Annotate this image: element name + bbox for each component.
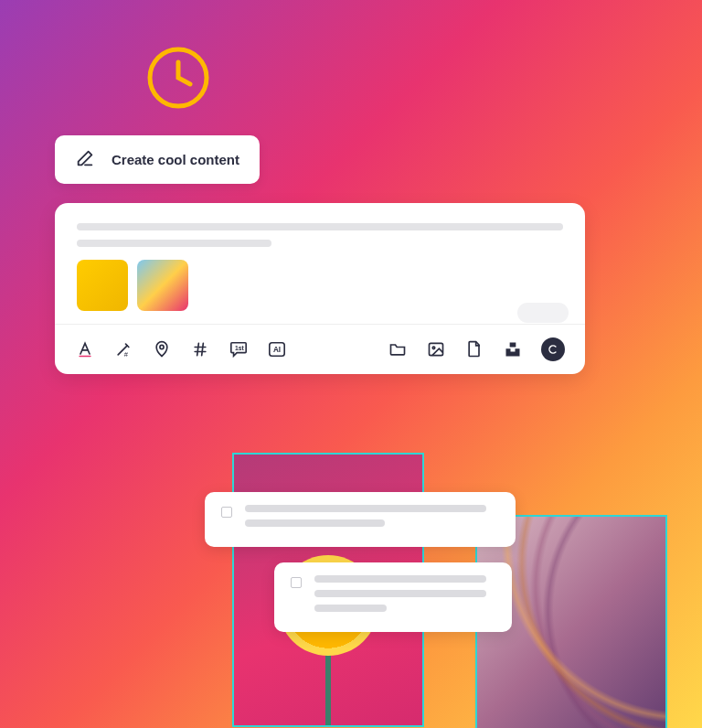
send-button-placeholder[interactable]: [517, 303, 569, 323]
placeholder-line: [77, 223, 563, 230]
create-content-label: Create cool content: [112, 152, 239, 167]
first-comment-icon[interactable]: 1st: [229, 339, 249, 359]
placeholder-text: [314, 575, 495, 619]
ai-icon[interactable]: AI: [267, 339, 287, 359]
composer-toolbar: # 1st AI: [55, 324, 585, 374]
placeholder-line: [77, 240, 271, 247]
file-icon[interactable]: [464, 339, 484, 359]
svg-point-7: [432, 347, 435, 349]
unsplash-icon[interactable]: [503, 339, 523, 359]
create-content-button[interactable]: Create cool content: [55, 135, 260, 184]
canva-icon[interactable]: [541, 337, 565, 361]
checkbox-icon[interactable]: [221, 507, 232, 518]
post-composer: # 1st AI: [55, 203, 585, 374]
svg-text:AI: AI: [273, 346, 281, 354]
compose-icon: [75, 148, 95, 171]
list-item-card[interactable]: [205, 492, 516, 547]
placeholder-text: [245, 505, 499, 534]
magic-wand-icon[interactable]: #: [113, 339, 133, 359]
list-item-card[interactable]: [274, 562, 512, 632]
location-pin-icon[interactable]: [152, 339, 172, 359]
clock-icon: [146, 46, 210, 113]
checkbox-icon[interactable]: [291, 577, 302, 588]
attached-image-thumbnail[interactable]: [137, 260, 188, 311]
folder-icon[interactable]: [388, 339, 408, 359]
text-style-icon[interactable]: [75, 339, 95, 359]
hashtag-icon[interactable]: [190, 339, 210, 359]
svg-point-2: [160, 345, 164, 348]
image-icon[interactable]: [426, 339, 446, 359]
svg-text:#: #: [124, 350, 129, 359]
attached-image-thumbnail[interactable]: [77, 260, 128, 311]
svg-text:1st: 1st: [235, 345, 245, 351]
